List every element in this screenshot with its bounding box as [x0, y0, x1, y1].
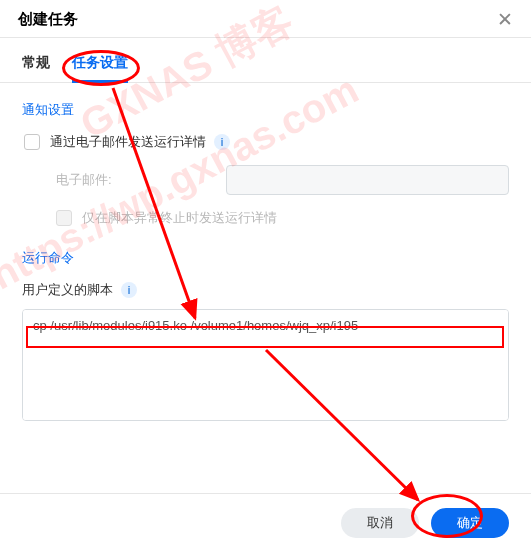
info-icon[interactable]: i [214, 134, 230, 150]
info-icon[interactable]: i [121, 282, 137, 298]
checkbox-only-on-error [56, 210, 72, 226]
email-field[interactable] [226, 165, 509, 195]
script-textarea[interactable] [23, 310, 508, 421]
dialog-content: 通知设置 通过电子邮件发送运行详情 i 电子邮件: 仅在脚本异常终止时发送运行详… [0, 83, 531, 421]
section-script-title: 运行命令 [22, 249, 509, 267]
row-script-label: 用户定义的脚本 i [22, 281, 509, 299]
ok-button[interactable]: 确定 [431, 508, 509, 538]
label-email-field: 电子邮件: [56, 171, 206, 189]
dialog-footer: 取消 确定 [0, 493, 531, 552]
row-email-notify: 通过电子邮件发送运行详情 i [22, 133, 509, 151]
section-run-command: 运行命令 用户定义的脚本 i [22, 249, 509, 421]
close-icon[interactable]: ✕ [495, 10, 515, 29]
script-textarea-wrap [22, 309, 509, 421]
dialog-title: 创建任务 [18, 10, 78, 29]
tab-task-settings[interactable]: 任务设置 [72, 54, 128, 82]
checkbox-email-notify[interactable] [24, 134, 40, 150]
cancel-button[interactable]: 取消 [341, 508, 419, 538]
tab-general[interactable]: 常规 [22, 54, 50, 82]
dialog-header: 创建任务 ✕ [0, 0, 531, 38]
section-notification-title: 通知设置 [22, 101, 509, 119]
tab-bar: 常规 任务设置 [0, 38, 531, 83]
row-email-address: 电子邮件: [22, 165, 509, 195]
label-only-on-error: 仅在脚本异常终止时发送运行详情 [82, 209, 277, 227]
label-email-notify: 通过电子邮件发送运行详情 [50, 133, 206, 151]
label-script: 用户定义的脚本 [22, 281, 113, 299]
row-only-on-error: 仅在脚本异常终止时发送运行详情 [22, 209, 509, 227]
